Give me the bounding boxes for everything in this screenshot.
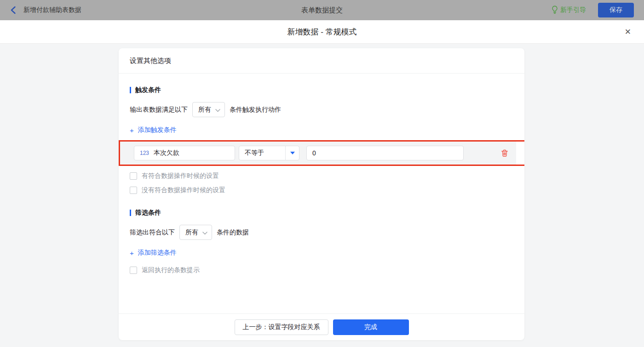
- filter-section-title: 筛选条件: [130, 209, 513, 217]
- filter-suffix-text: 条件的数据: [217, 228, 249, 237]
- number-type-badge: 123: [140, 150, 149, 156]
- beginner-guide-label: 新手引导: [560, 6, 586, 14]
- panel-content: 触发条件 输出表数据满足以下 所有 条件触发执行动作 + 添加触发条件: [119, 74, 524, 313]
- back-button[interactable]: 新增付款辅助表数据: [10, 6, 81, 14]
- dialog-header: 新增数据 - 常规模式 ✕: [0, 20, 644, 44]
- previous-step-button[interactable]: 上一步：设置字段对应关系: [235, 319, 328, 335]
- trigger-match-mode-select[interactable]: 所有: [192, 102, 225, 117]
- caret-down-icon: [290, 152, 295, 154]
- plus-icon: +: [130, 249, 134, 257]
- trigger-prefix-text: 输出表数据满足以下: [130, 106, 188, 114]
- section-marker: [130, 210, 131, 216]
- top-navigation-bar: 新增付款辅助表数据 表单数据提交 新手引导 保存: [0, 0, 644, 20]
- section-marker: [130, 87, 131, 93]
- no-match-setting-row: 没有符合数据操作时候的设置: [130, 186, 513, 194]
- dialog-title: 新增数据 - 常规模式: [287, 27, 356, 37]
- condition-field-select[interactable]: 123 本次欠款: [134, 146, 235, 160]
- trigger-mode-line: 输出表数据满足以下 所有 条件触发执行动作: [130, 102, 513, 117]
- trash-icon: [500, 149, 509, 157]
- no-match-label: 没有符合数据操作时候的设置: [142, 186, 225, 194]
- no-match-checkbox[interactable]: [130, 187, 137, 194]
- panel-header-label: 设置其他选项: [130, 57, 171, 65]
- has-match-checkbox[interactable]: [130, 172, 137, 180]
- dialog-body: 设置其他选项 触发条件 输出表数据满足以下 所有 条件触发执行动作 +: [0, 44, 644, 347]
- plus-icon: +: [130, 126, 134, 134]
- trigger-suffix-text: 条件触发执行动作: [230, 106, 281, 114]
- back-chevron-icon: [10, 6, 16, 14]
- delete-condition-button[interactable]: [500, 149, 509, 157]
- count-tip-checkbox[interactable]: [130, 267, 137, 274]
- condition-row-highlight: 123 本次欠款 不等于 0: [119, 140, 524, 166]
- filter-match-mode-select[interactable]: 所有: [179, 225, 212, 240]
- operator-caret-section[interactable]: [285, 146, 299, 160]
- close-icon[interactable]: ✕: [623, 26, 633, 38]
- condition-value-input[interactable]: 0: [306, 146, 464, 160]
- trigger-condition-row: 123 本次欠款 不等于 0: [120, 142, 516, 165]
- app-title: 表单数据提交: [0, 6, 644, 15]
- condition-field-name: 本次欠款: [154, 149, 179, 157]
- filter-mode-line: 筛选出符合以下 所有 条件的数据: [130, 225, 513, 240]
- options-panel: 设置其他选项 触发条件 输出表数据满足以下 所有 条件触发执行动作 +: [119, 48, 524, 340]
- count-tip-label: 返回执行的条数提示: [142, 266, 200, 274]
- chevron-down-icon: [202, 229, 207, 236]
- beginner-guide-link[interactable]: 新手引导: [552, 6, 586, 15]
- add-trigger-condition-link[interactable]: + 添加触发条件: [130, 126, 177, 134]
- count-tip-row: 返回执行的条数提示: [130, 266, 513, 274]
- panel-header: 设置其他选项: [119, 48, 524, 74]
- condition-operator-select[interactable]: 不等于: [239, 146, 299, 160]
- lightbulb-icon: [552, 6, 558, 15]
- page-title: 新增付款辅助表数据: [23, 6, 81, 14]
- finish-button[interactable]: 完成: [333, 319, 409, 335]
- filter-prefix-text: 筛选出符合以下: [130, 228, 175, 237]
- trigger-section-title: 触发条件: [130, 86, 513, 94]
- add-filter-condition-link[interactable]: + 添加筛选条件: [130, 249, 177, 257]
- save-button[interactable]: 保存: [598, 3, 634, 17]
- has-match-setting-row: 有符合数据操作时候的设置: [130, 172, 513, 180]
- panel-footer: 上一步：设置字段对应关系 完成: [119, 313, 524, 340]
- chevron-down-icon: [215, 106, 220, 114]
- has-match-label: 有符合数据操作时候的设置: [142, 172, 219, 180]
